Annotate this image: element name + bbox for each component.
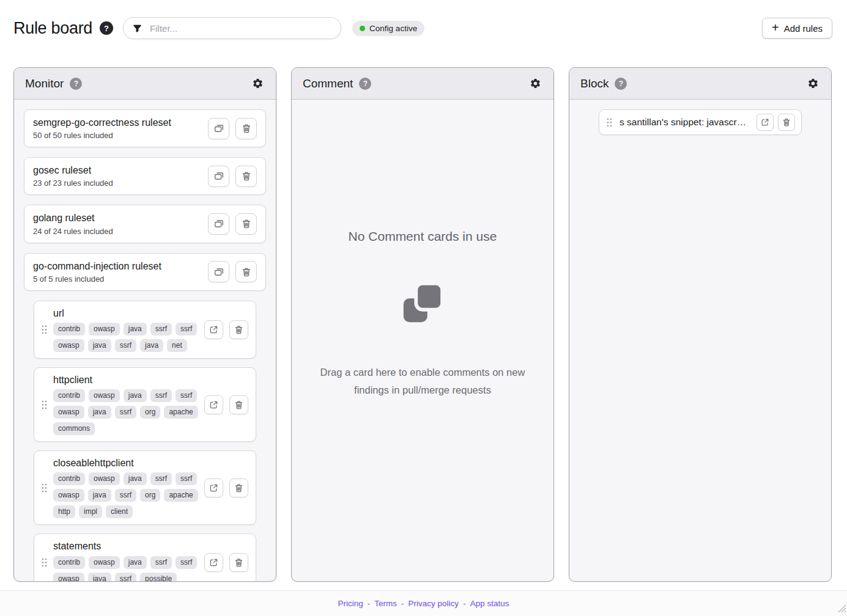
- rule-tag: contrib: [53, 556, 85, 569]
- rule-tag: org: [140, 406, 160, 419]
- rule-tag-list: contribowaspjavassrfssrfowaspjavassrfpos…: [53, 556, 198, 582]
- ruleset-card[interactable]: semgrep-go-correctness ruleset 50 of 50 …: [24, 109, 266, 147]
- footer-link[interactable]: App status: [470, 599, 509, 608]
- trash-icon: [234, 557, 244, 568]
- footer-link[interactable]: Terms: [374, 599, 397, 608]
- comment-column-header: Comment ?: [292, 68, 553, 100]
- drag-handle-icon[interactable]: [42, 483, 47, 493]
- footer-link[interactable]: Pricing: [338, 599, 363, 608]
- rule-tag: ssrf: [115, 406, 136, 419]
- open-rule-button[interactable]: [204, 479, 223, 497]
- delete-ruleset-button[interactable]: [235, 213, 257, 235]
- block-column-title: Block: [580, 77, 608, 90]
- drag-handle-icon[interactable]: [607, 118, 612, 127]
- page-header: Rule board ? Config active + Add rules: [0, 0, 847, 67]
- ruleset-card-list: semgrep-go-correctness ruleset 50 of 50 …: [24, 109, 266, 291]
- stacked-cards-icon: [213, 266, 224, 277]
- ruleset-card[interactable]: golang ruleset 24 of 24 rules included: [24, 205, 266, 243]
- rule-tag: possible: [140, 573, 177, 582]
- resize-grip-icon[interactable]: [836, 603, 846, 615]
- footer-link: -: [368, 599, 371, 608]
- footer-link[interactable]: Privacy policy: [409, 599, 459, 608]
- external-link-icon: [209, 324, 219, 335]
- ruleset-card[interactable]: gosec ruleset 23 of 23 rules included: [24, 157, 266, 195]
- drag-handle-icon[interactable]: [42, 558, 47, 567]
- overlapping-cards-icon: [400, 280, 445, 326]
- gear-icon: [530, 78, 541, 89]
- delete-rule-button[interactable]: [778, 114, 795, 131]
- rule-tag: ssrf: [150, 556, 172, 569]
- monitor-column: Monitor ? semgrep-go-correctness ruleset…: [13, 67, 276, 582]
- comment-help-icon[interactable]: ?: [359, 78, 371, 90]
- rule-tag: apache: [164, 406, 198, 419]
- rule-card[interactable]: closeablehttpclient contribowaspjavassrf…: [34, 450, 256, 525]
- comment-empty-hint: Drag a card here to enable comments on n…: [301, 364, 544, 399]
- add-rules-button[interactable]: + Add rules: [762, 18, 832, 38]
- trash-icon: [234, 400, 244, 410]
- rule-board: Monitor ? semgrep-go-correctness ruleset…: [0, 67, 847, 582]
- rule-tag: java: [88, 406, 111, 419]
- rule-tag: commons: [53, 422, 95, 435]
- rule-card[interactable]: url contribowaspjavassrfssrfowaspjavassr…: [34, 301, 256, 359]
- rule-tag: java: [88, 489, 111, 502]
- rule-tag: http: [53, 505, 75, 518]
- comment-column-body: No Comment cards in use Drag a card here…: [292, 100, 553, 581]
- block-settings-button[interactable]: [806, 76, 820, 90]
- monitor-settings-button[interactable]: [251, 76, 265, 90]
- ruleset-rule-count: 5 of 5 rules included: [33, 274, 161, 284]
- block-card-name: s santillan's snippet: javascr…: [620, 117, 749, 128]
- monitor-column-body: semgrep-go-correctness ruleset 50 of 50 …: [14, 100, 276, 581]
- rule-tag: ssrf: [150, 472, 172, 485]
- delete-ruleset-button[interactable]: [235, 118, 257, 139]
- filter-input[interactable]: [149, 23, 332, 34]
- rule-name: url: [53, 307, 198, 319]
- external-link-icon: [209, 400, 219, 410]
- view-ruleset-button[interactable]: [208, 261, 229, 282]
- comment-column-title: Comment: [303, 77, 353, 90]
- rule-card[interactable]: httpclient contribowaspjavassrfssrfowasp…: [34, 367, 256, 442]
- open-rule-button[interactable]: [756, 114, 774, 131]
- plus-icon: +: [772, 21, 779, 34]
- drag-handle-icon[interactable]: [42, 325, 47, 334]
- open-rule-button[interactable]: [204, 320, 223, 339]
- delete-rule-button[interactable]: [229, 553, 248, 572]
- external-link-icon: [209, 483, 219, 493]
- rule-tag-list: contribowaspjavassrfssrfowaspjavassrforg…: [53, 472, 198, 518]
- rule-tag: owasp: [89, 556, 120, 569]
- view-ruleset-button[interactable]: [208, 166, 229, 187]
- trash-icon: [241, 123, 252, 134]
- delete-ruleset-button[interactable]: [235, 261, 257, 282]
- ruleset-name: golang ruleset: [33, 212, 113, 224]
- block-card[interactable]: s santillan's snippet: javascr…: [599, 109, 802, 135]
- rule-tag: owasp: [89, 389, 120, 402]
- ruleset-rule-count: 50 of 50 rules included: [33, 131, 171, 140]
- trash-icon: [234, 324, 244, 335]
- monitor-column-header: Monitor ?: [14, 68, 276, 100]
- block-column: Block ? s santillan's snippet: javascr…: [569, 67, 832, 582]
- monitor-help-icon[interactable]: ?: [70, 78, 82, 90]
- help-icon[interactable]: ?: [100, 21, 113, 35]
- view-ruleset-button[interactable]: [208, 213, 229, 235]
- drag-handle-icon[interactable]: [42, 400, 47, 409]
- open-rule-button[interactable]: [204, 395, 223, 414]
- rule-tag: ssrf: [176, 323, 197, 336]
- delete-rule-button[interactable]: [229, 479, 248, 497]
- delete-rule-button[interactable]: [229, 320, 248, 339]
- rule-tag: ssrf: [150, 389, 172, 402]
- trash-icon: [782, 117, 791, 127]
- external-link-icon: [760, 117, 770, 127]
- rule-tag: owasp: [53, 406, 84, 419]
- rule-name: httpclient: [53, 374, 198, 386]
- filter-funnel-icon: [132, 23, 142, 34]
- delete-ruleset-button[interactable]: [235, 166, 257, 187]
- delete-rule-button[interactable]: [229, 395, 248, 414]
- block-help-icon[interactable]: ?: [615, 78, 627, 90]
- comment-settings-button[interactable]: [528, 76, 542, 90]
- stacked-cards-icon: [213, 218, 224, 229]
- external-link-icon: [209, 557, 219, 568]
- rule-card[interactable]: statements contribowaspjavassrfssrfowasp…: [34, 534, 256, 581]
- config-active-badge: Config active: [352, 21, 424, 36]
- open-rule-button[interactable]: [204, 553, 223, 572]
- view-ruleset-button[interactable]: [208, 118, 229, 139]
- ruleset-card[interactable]: go-command-injection ruleset 5 of 5 rule…: [24, 253, 266, 291]
